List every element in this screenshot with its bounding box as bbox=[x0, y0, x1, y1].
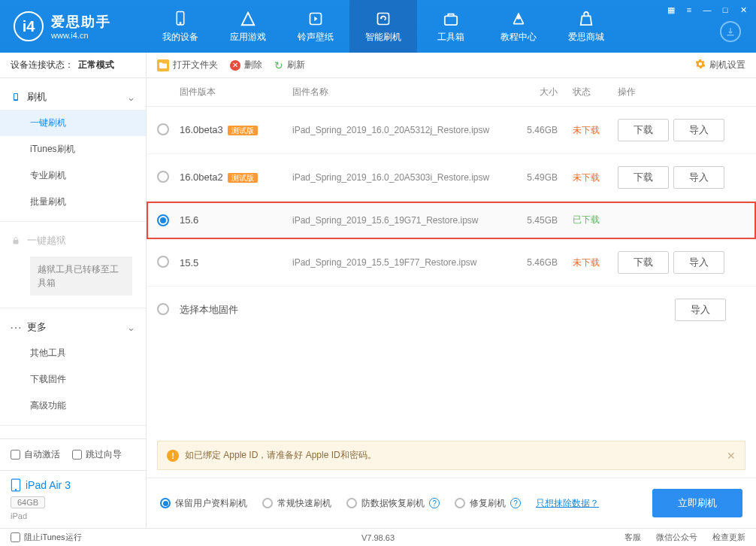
phone-icon bbox=[11, 92, 21, 102]
nav-tab-3[interactable]: 智能刷机 bbox=[349, 0, 417, 53]
help-icon[interactable]: ? bbox=[510, 498, 521, 508]
sidebar-item-pro[interactable]: 专业刷机 bbox=[0, 162, 146, 189]
nav-icon bbox=[510, 10, 528, 28]
nav-icon bbox=[577, 10, 595, 28]
download-button[interactable]: 下载 bbox=[618, 166, 669, 189]
lock-icon bbox=[11, 235, 21, 246]
firmware-version: 15.6 bbox=[180, 214, 198, 226]
select-local-firmware-row: 选择本地固件 导入 bbox=[147, 287, 756, 333]
sidebar-item-itunes[interactable]: iTunes刷机 bbox=[0, 136, 146, 162]
firmware-row: 15.6iPad_Spring_2019_15.6_19G71_Restore.… bbox=[147, 202, 756, 239]
download-button[interactable]: 下载 bbox=[618, 119, 669, 141]
svg-rect-7 bbox=[14, 94, 17, 99]
open-folder-button[interactable]: 打开文件夹 bbox=[157, 59, 218, 71]
logo-area: i4 爱思助手 www.i4.cn bbox=[0, 11, 147, 41]
delete-icon: ✕ bbox=[230, 60, 240, 71]
nav-icon bbox=[239, 10, 257, 28]
refresh-button[interactable]: ↻ 刷新 bbox=[274, 59, 305, 71]
svg-rect-4 bbox=[445, 16, 457, 25]
footer-update[interactable]: 检查更新 bbox=[712, 532, 745, 543]
nav-tab-1[interactable]: 应用游戏 bbox=[214, 0, 282, 53]
beta-tag: 测试版 bbox=[228, 126, 258, 135]
chevron-down-icon: ⌄ bbox=[127, 322, 135, 333]
auto-activate-checkbox[interactable]: 自动激活 bbox=[11, 448, 60, 461]
nav-icon bbox=[307, 10, 325, 28]
footer-wechat[interactable]: 微信公众号 bbox=[656, 532, 697, 543]
svg-rect-8 bbox=[14, 240, 19, 244]
sidebar-item-download[interactable]: 下载固件 bbox=[0, 366, 146, 393]
footer-support[interactable]: 客服 bbox=[624, 532, 641, 543]
flash-settings-button[interactable]: 刷机设置 bbox=[695, 59, 745, 71]
sidebar-group-jailbreak: 一键越狱 bbox=[0, 228, 146, 253]
sidebar-group-flash[interactable]: 刷机 ⌄ bbox=[0, 84, 146, 110]
nav-tab-0[interactable]: 我的设备 bbox=[147, 0, 214, 53]
app-version: V7.98.63 bbox=[361, 533, 395, 542]
svg-point-10 bbox=[15, 490, 16, 490]
download-button[interactable]: 下载 bbox=[618, 251, 669, 274]
window-controls: ▦ ≡ — □ ✕ bbox=[664, 3, 750, 17]
firmware-version: 15.5 bbox=[180, 257, 198, 268]
firmware-status: 未下载 bbox=[573, 124, 618, 137]
sidebar-item-batch[interactable]: 批量刷机 bbox=[0, 189, 146, 215]
svg-point-5 bbox=[517, 16, 519, 18]
nav-tab-2[interactable]: 铃声壁纸 bbox=[282, 0, 349, 53]
download-indicator-icon[interactable] bbox=[720, 21, 741, 42]
sidebar-item-oneclick[interactable]: 一键刷机 bbox=[0, 110, 146, 136]
device-info: iPad Air 3 64GB iPad bbox=[0, 470, 146, 528]
more-icon: ⋯ bbox=[11, 322, 21, 332]
nav-tab-4[interactable]: 工具箱 bbox=[417, 0, 485, 53]
app-header: i4 爱思助手 www.i4.cn 我的设备应用游戏铃声壁纸智能刷机工具箱教程中… bbox=[0, 0, 756, 53]
import-button[interactable]: 导入 bbox=[673, 166, 724, 189]
import-button[interactable]: 导入 bbox=[673, 251, 724, 274]
tablet-icon bbox=[11, 478, 21, 492]
nav-tab-5[interactable]: 教程中心 bbox=[485, 0, 552, 53]
close-icon[interactable]: ✕ bbox=[736, 3, 750, 17]
firmware-radio[interactable] bbox=[157, 171, 169, 183]
firmware-row: 16.0beta2测试版iPad_Spring_2019_16.0_20A530… bbox=[147, 154, 756, 202]
firmware-size: 5.49GB bbox=[520, 172, 573, 183]
close-warning-icon[interactable]: ✕ bbox=[727, 450, 736, 462]
option-normal[interactable]: 常规快速刷机 bbox=[262, 497, 331, 510]
help-icon[interactable]: ? bbox=[429, 498, 440, 508]
block-itunes-checkbox[interactable]: 阻止iTunes运行 bbox=[11, 532, 82, 543]
gear-icon bbox=[695, 59, 706, 71]
local-radio[interactable] bbox=[157, 303, 169, 315]
firmware-radio[interactable] bbox=[157, 256, 169, 268]
jailbreak-note: 越狱工具已转移至工具箱 bbox=[30, 256, 132, 296]
firmware-size: 5.46GB bbox=[520, 125, 573, 135]
option-anti-recovery[interactable]: 防数据恢复刷机 ? bbox=[346, 497, 440, 510]
option-keep-data[interactable]: 保留用户资料刷机 bbox=[160, 497, 247, 510]
main-content: 打开文件夹 ✕ 删除 ↻ 刷新 刷机设置 固件版本 固件名称 大小 bbox=[147, 53, 756, 528]
svg-point-1 bbox=[180, 22, 181, 23]
warning-icon: ! bbox=[167, 450, 179, 462]
logo-icon: i4 bbox=[14, 11, 44, 41]
sidebar-item-advanced[interactable]: 高级功能 bbox=[0, 393, 146, 419]
firmware-name: iPad_Spring_2019_16.0_20A5312j_Restore.i… bbox=[292, 125, 520, 135]
import-button[interactable]: 导入 bbox=[673, 119, 724, 141]
import-local-button[interactable]: 导入 bbox=[675, 299, 726, 321]
minimize-icon[interactable]: — bbox=[700, 3, 714, 17]
delete-button[interactable]: ✕ 删除 bbox=[230, 59, 262, 71]
nav-icon bbox=[442, 10, 460, 28]
maximize-icon[interactable]: □ bbox=[718, 3, 732, 17]
toolbar: 打开文件夹 ✕ 删除 ↻ 刷新 刷机设置 bbox=[147, 53, 756, 78]
sidebar-item-other[interactable]: 其他工具 bbox=[0, 340, 146, 366]
menu-icon[interactable]: ≡ bbox=[682, 3, 696, 17]
firmware-name: iPad_Spring_2019_15.5_19F77_Restore.ipsw bbox=[292, 257, 520, 268]
sidebar-group-more[interactable]: ⋯ 更多 ⌄ bbox=[0, 314, 146, 340]
erase-only-link[interactable]: 只想抹除数据？ bbox=[536, 497, 599, 510]
firmware-row: 16.0beta3测试版iPad_Spring_2019_16.0_20A531… bbox=[147, 107, 756, 154]
app-subtitle: www.i4.cn bbox=[51, 31, 111, 40]
flash-now-button[interactable]: 立即刷机 bbox=[652, 489, 742, 517]
firmware-name: iPad_Spring_2019_16.0_20A5303i_Restore.i… bbox=[292, 172, 520, 183]
option-repair[interactable]: 修复刷机 ? bbox=[455, 497, 521, 510]
skip-guide-checkbox[interactable]: 跳过向导 bbox=[72, 448, 122, 461]
grid-icon[interactable]: ▦ bbox=[664, 3, 678, 17]
nav-tab-6[interactable]: 爱思商城 bbox=[552, 0, 620, 53]
refresh-icon: ↻ bbox=[274, 59, 283, 71]
firmware-size: 5.46GB bbox=[520, 257, 573, 268]
firmware-name: iPad_Spring_2019_15.6_19G71_Restore.ipsw bbox=[292, 215, 520, 226]
firmware-radio[interactable] bbox=[157, 214, 169, 226]
firmware-status: 已下载 bbox=[573, 214, 618, 226]
firmware-radio[interactable] bbox=[157, 123, 169, 135]
